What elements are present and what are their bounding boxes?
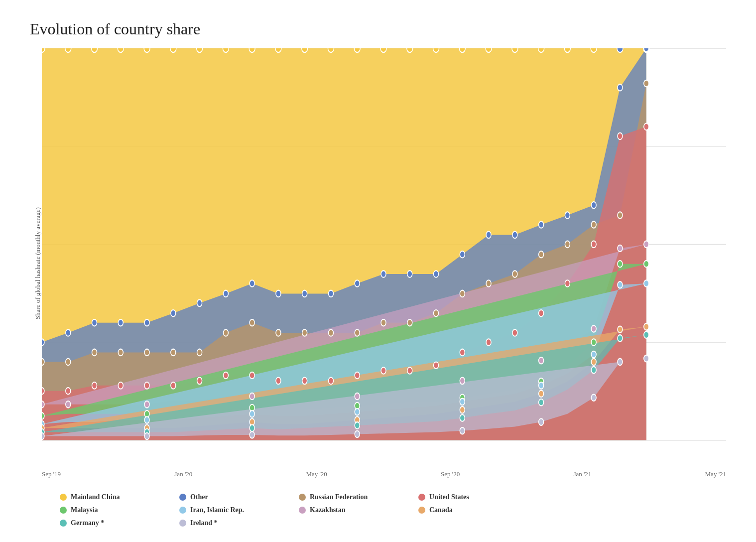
svg-point-19: [249, 48, 255, 52]
svg-point-26: [433, 48, 439, 52]
svg-point-49: [407, 271, 412, 277]
svg-point-72: [381, 319, 386, 326]
svg-point-69: [302, 329, 307, 336]
svg-point-114: [591, 325, 596, 332]
svg-point-12: [65, 48, 71, 52]
svg-point-30: [538, 48, 544, 52]
chart-area: Share of global hashrate (monthly averag…: [30, 48, 726, 478]
y-axis-label: Share of global hashrate (monthly averag…: [30, 48, 42, 478]
legend-label-china: Mainland China: [71, 493, 120, 501]
svg-point-51: [460, 251, 465, 258]
svg-point-40: [171, 310, 176, 317]
svg-point-128: [250, 410, 254, 417]
svg-point-25: [407, 48, 413, 52]
china-dot: [60, 494, 67, 501]
svg-point-88: [171, 382, 176, 389]
svg-point-68: [276, 329, 281, 336]
page: Evolution of country share Share of glob…: [0, 0, 756, 542]
svg-point-47: [355, 280, 360, 287]
kazakhstan-dot: [299, 507, 306, 514]
svg-point-82: [644, 80, 649, 87]
svg-point-37: [92, 319, 97, 326]
legend-item-ireland: Ireland *: [179, 519, 299, 527]
svg-point-48: [381, 271, 386, 277]
svg-point-55: [565, 212, 570, 219]
svg-point-106: [644, 124, 649, 131]
svg-point-156: [355, 431, 360, 438]
svg-point-80: [591, 221, 596, 228]
other-dot: [179, 494, 186, 501]
svg-point-29: [512, 48, 518, 52]
svg-point-54: [539, 221, 544, 228]
svg-point-56: [591, 202, 596, 209]
svg-point-39: [144, 319, 149, 326]
svg-point-148: [460, 414, 465, 421]
svg-point-61: [92, 349, 97, 356]
legend-item-us: United States: [418, 493, 538, 501]
x-label-may21: May '21: [705, 470, 726, 478]
legend-label-us: United States: [429, 493, 469, 501]
x-label-jan20: Jan '20: [174, 470, 192, 478]
x-label-may20: May '20: [306, 470, 327, 478]
svg-point-20: [275, 48, 281, 52]
svg-point-27: [459, 48, 465, 52]
svg-point-94: [328, 378, 333, 385]
us-dot: [418, 494, 425, 501]
svg-point-42: [223, 290, 228, 297]
svg-point-67: [250, 319, 254, 326]
legend-label-germany: Germany *: [71, 519, 104, 527]
chart-container: 0% 25% 50% 75% 100%: [42, 48, 726, 478]
svg-point-84: [66, 388, 71, 395]
svg-point-104: [591, 241, 596, 248]
svg-point-33: [617, 48, 623, 52]
svg-point-143: [644, 323, 649, 330]
svg-point-97: [407, 367, 412, 374]
svg-point-60: [66, 359, 71, 366]
svg-point-134: [644, 280, 649, 287]
svg-point-161: [644, 355, 649, 362]
svg-point-76: [486, 280, 491, 287]
svg-point-140: [539, 390, 544, 397]
svg-point-63: [144, 349, 149, 356]
svg-point-101: [512, 329, 517, 336]
svg-point-74: [434, 310, 439, 317]
svg-point-57: [618, 84, 623, 91]
svg-point-77: [512, 271, 517, 277]
svg-point-89: [197, 378, 202, 385]
svg-point-124: [618, 261, 623, 268]
svg-point-100: [486, 339, 491, 346]
svg-point-32: [591, 48, 597, 52]
svg-point-83: [42, 388, 44, 395]
svg-point-125: [644, 261, 649, 268]
svg-point-65: [197, 349, 202, 356]
svg-point-158: [539, 418, 544, 425]
svg-point-123: [591, 339, 596, 346]
svg-point-129: [355, 408, 360, 415]
svg-point-24: [380, 48, 386, 52]
legend-col-2: Other Iran, Islamic Rep. Ireland *: [179, 493, 299, 527]
legend-label-kazakhstan: Kazakhstan: [310, 506, 346, 514]
svg-point-73: [407, 319, 412, 326]
svg-point-141: [591, 359, 596, 366]
svg-point-151: [618, 335, 623, 342]
legend-label-malaysia: Malaysia: [71, 506, 98, 514]
svg-point-132: [591, 351, 596, 358]
svg-point-15: [144, 48, 150, 52]
svg-point-13: [92, 48, 98, 52]
legend-item-malaysia: Malaysia: [60, 506, 179, 514]
svg-point-78: [539, 251, 544, 258]
svg-point-52: [486, 232, 491, 239]
svg-point-36: [66, 329, 71, 336]
svg-point-90: [223, 372, 228, 379]
svg-point-85: [92, 382, 97, 389]
svg-point-159: [591, 395, 596, 402]
x-label-sep20: Sep '20: [441, 470, 460, 478]
legend-label-ireland: Ireland *: [190, 519, 218, 527]
svg-point-23: [354, 48, 360, 52]
svg-point-131: [539, 382, 544, 389]
svg-point-127: [144, 416, 149, 423]
svg-point-116: [644, 241, 649, 248]
legend-label-russia: Russian Federation: [310, 493, 368, 501]
russia-dot: [299, 494, 306, 501]
svg-point-59: [42, 359, 44, 366]
